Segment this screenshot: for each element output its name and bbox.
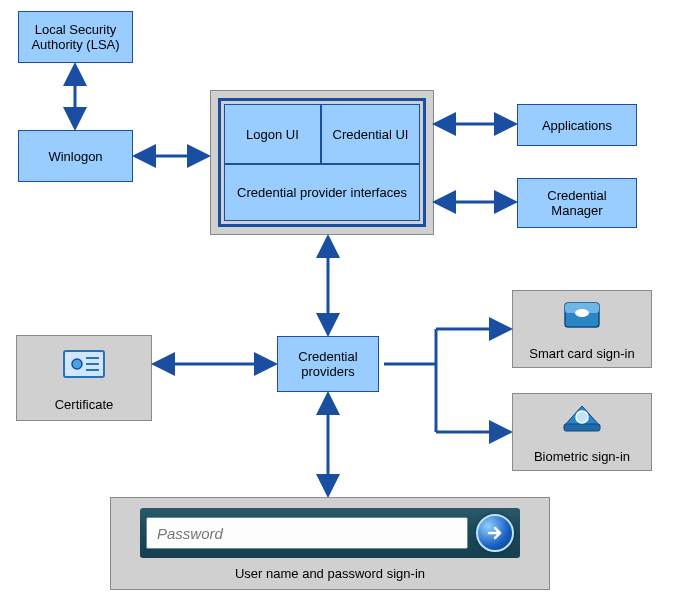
node-credential-providers-label: Credential providers [282,349,374,379]
submit-button[interactable] [476,514,514,552]
node-lsa-label: Local Security Authority (LSA) [23,22,128,52]
smart-card-icon [513,291,651,336]
password-field-mock: Password [140,508,520,558]
password-input[interactable]: Password [146,517,468,549]
node-applications: Applications [517,104,637,146]
node-lsa: Local Security Authority (LSA) [18,11,133,63]
svg-rect-8 [564,424,600,431]
password-placeholder: Password [157,525,223,542]
node-credential-manager: Credential Manager [517,178,637,228]
node-applications-label: Applications [542,118,612,133]
node-logon-ui: Logon UI [224,104,321,164]
node-credential-providers: Credential providers [277,336,379,392]
svg-point-9 [576,411,588,423]
biometric-label: Biometric sign-in [513,449,651,464]
svg-point-1 [72,359,82,369]
panel-smart-card: Smart card sign-in [512,290,652,368]
arrow-right-icon [486,524,504,542]
credential-architecture-diagram: Local Security Authority (LSA) Winlogon … [0,0,675,607]
node-winlogon-label: Winlogon [48,149,102,164]
node-credential-provider-interfaces: Credential provider interfaces [224,164,420,221]
node-credential-ui-label: Credential UI [333,127,409,142]
node-winlogon: Winlogon [18,130,133,182]
certificate-icon [17,336,151,385]
certificate-label: Certificate [17,397,151,412]
node-credential-ui: Credential UI [321,104,420,164]
panel-certificate: Certificate [16,335,152,421]
smart-card-label: Smart card sign-in [513,346,651,361]
node-credential-manager-label: Credential Manager [522,188,632,218]
panel-biometric: Biometric sign-in [512,393,652,471]
node-cred-prov-if-label: Credential provider interfaces [237,185,407,200]
svg-point-7 [575,309,589,317]
username-password-label: User name and password sign-in [111,566,549,581]
node-logon-ui-label: Logon UI [246,127,299,142]
biometric-icon [513,394,651,439]
